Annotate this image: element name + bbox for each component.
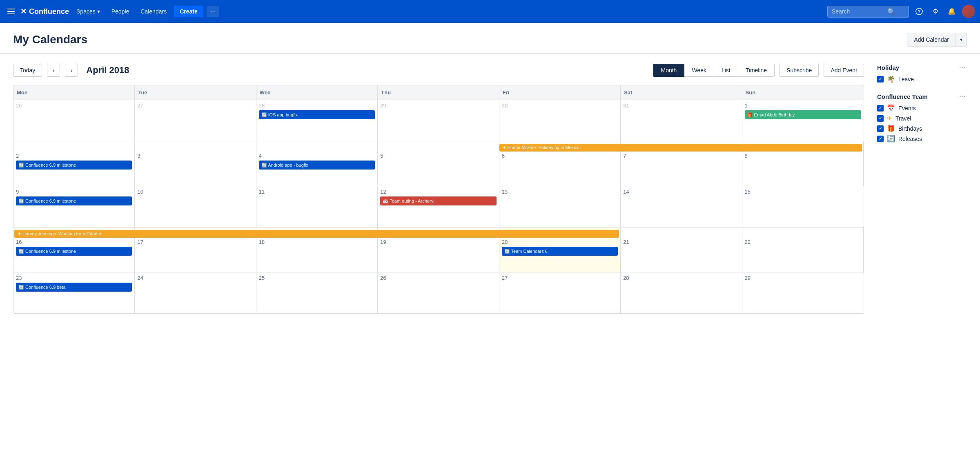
day-cell-apr13: 13 (499, 186, 621, 227)
add-event-button[interactable]: Add Event (824, 64, 864, 77)
day-header-thu: Thu (378, 85, 499, 100)
travel-checkbox[interactable] (877, 115, 884, 122)
event-team-outing[interactable]: 📅 Team outing - Archery! (380, 196, 496, 205)
prev-month-button[interactable]: ‹ (47, 64, 60, 77)
day-cell-mar27: 27 (135, 100, 256, 141)
leave-label: Leave (898, 76, 914, 83)
leave-icon: 🌴 (887, 75, 895, 83)
today-button[interactable]: Today (13, 64, 42, 77)
sidebar-holiday-more-button[interactable]: ··· (958, 64, 967, 71)
people-nav-link[interactable]: People (107, 6, 134, 17)
travel-icon: ✈ (887, 114, 892, 122)
day-cell-mar30: 30 (499, 100, 621, 141)
week-row-3: 9 🔄 Confluence 6.9 milestone 10 11 12 📅 … (13, 186, 864, 227)
day-cell-apr1: 1 🎁 Emad Abdi: Birthday (742, 100, 864, 141)
calendars-nav-link[interactable]: Calendars (136, 6, 171, 17)
subscribe-button[interactable]: Subscribe (780, 64, 819, 77)
settings-button[interactable]: ⚙ (929, 5, 942, 18)
event-emma-mexico[interactable]: ✈ Emma McRae: Holidaying in Mexico (499, 144, 862, 152)
nav-right: 🔍 ? ⚙ 🔔 (827, 5, 975, 18)
notifications-button[interactable]: 🔔 (946, 5, 958, 18)
day-cell-mar29: 29 (378, 100, 499, 141)
next-month-button[interactable]: › (65, 64, 78, 77)
event-confluence-69-m1[interactable]: 🔄 Confluence 6.9 milestone (16, 161, 132, 170)
create-button[interactable]: Create (174, 6, 203, 17)
sidebar-team-more-button[interactable]: ··· (958, 93, 967, 100)
event-emad-birthday[interactable]: 🎁 Emad Abdi: Birthday (745, 110, 861, 119)
day-cell-mar26: 26 (13, 100, 135, 141)
search-bar[interactable]: 🔍 (827, 6, 909, 18)
events-checkbox[interactable] (877, 105, 884, 112)
spaces-nav-link[interactable]: Spaces ▾ (72, 6, 104, 17)
day-header-sun: Sun (742, 85, 864, 100)
day-cell-apr28: 28 (621, 272, 742, 313)
releases-checkbox[interactable] (877, 136, 884, 142)
day-cell-apr21: 21 (621, 228, 742, 272)
add-calendar-dropdown-button[interactable]: ▾ (956, 33, 967, 46)
birthdays-checkbox[interactable] (877, 125, 884, 132)
day-header-tue: Tue (135, 85, 256, 100)
sidebar-group-team-header: Confluence Team ··· (877, 93, 967, 100)
event-ios-bugfix[interactable]: 🔄 iOS app bugfix (259, 110, 375, 119)
event-android-bugfix[interactable]: 🔄 Android app - bugfix (259, 161, 375, 170)
add-calendar-button[interactable]: Add Calendar ▾ (907, 33, 967, 47)
events-icon: 📅 (887, 104, 895, 112)
top-navigation: ✕ Confluence Spaces ▾ People Calendars C… (0, 0, 980, 23)
sidebar-group-holiday-header: Holiday ··· (877, 64, 967, 71)
tab-month[interactable]: Month (653, 64, 684, 77)
releases-label: Releases (898, 136, 922, 142)
week-row-5: 23 🔄 Confluence 6.9 beta 24 25 26 27 28 … (13, 272, 864, 313)
event-team-calendars-6[interactable]: 🔄 Team Calendars 6 (502, 247, 618, 256)
calendar-toolbar: Today ‹ › April 2018 Month Week List Tim… (13, 64, 864, 77)
add-calendar-main-button[interactable]: Add Calendar (907, 33, 956, 46)
sidebar-item-releases: 🔄 Releases (877, 135, 967, 143)
sidebar-item-travel: ✈ Travel (877, 114, 967, 122)
day-header-sat: Sat (621, 85, 742, 100)
more-options-button[interactable]: ··· (207, 6, 220, 17)
day-cell-apr29: 29 (742, 272, 864, 313)
svg-rect-2 (7, 13, 15, 14)
logo-icon: ✕ (20, 7, 27, 16)
nav-left: ✕ Confluence Spaces ▾ People Calendars C… (5, 6, 824, 17)
day-cell-apr23: 23 🔄 Confluence 6.9 beta (13, 272, 135, 313)
day-header-wed: Wed (256, 85, 378, 100)
view-tabs: Month Week List Timeline (653, 64, 775, 77)
main-content: Today ‹ › April 2018 Month Week List Tim… (0, 54, 980, 324)
day-headers: Mon Tue Wed Thu Fri Sat Sun (13, 85, 864, 100)
confluence-logo: ✕ Confluence (20, 7, 69, 16)
user-avatar[interactable] (962, 5, 975, 18)
releases-icon: 🔄 (887, 135, 895, 143)
day-cell-apr26: 26 (378, 272, 499, 313)
day-cell-apr25: 25 (256, 272, 378, 313)
help-button[interactable]: ? (913, 5, 925, 18)
tab-list[interactable]: List (714, 64, 738, 77)
event-confluence-69-m3[interactable]: 🔄 Confluence 6.9 milestone (16, 247, 132, 256)
day-cell-apr3: 3 (135, 141, 256, 186)
sidebar-group-holiday: Holiday ··· 🌴 Leave (877, 64, 967, 83)
sidebar-item-birthdays: 🎁 Birthdays (877, 125, 967, 132)
event-harvey-gdansk[interactable]: ✈ Harvey Jennings: Working from Gdańsk (14, 230, 619, 238)
week-row-4: 16 🔄 Confluence 6.9 milestone 17 18 19 2… (13, 227, 864, 272)
day-cell-mar28: 28 🔄 iOS app bugfix (256, 100, 378, 141)
tab-timeline[interactable]: Timeline (738, 64, 775, 77)
day-cell-apr5: 5 (378, 141, 499, 186)
leave-checkbox[interactable] (877, 76, 884, 83)
birthdays-label: Birthdays (898, 125, 922, 132)
sidebar-group-confluence-team: Confluence Team ··· 📅 Events ✈ Travel 🎁 … (877, 93, 967, 143)
sidebar-item-events: 📅 Events (877, 104, 967, 112)
search-input[interactable] (832, 8, 885, 15)
events-label: Events (898, 105, 916, 112)
tab-week[interactable]: Week (684, 64, 714, 77)
svg-text:🔔: 🔔 (948, 8, 956, 15)
event-confluence-69-beta[interactable]: 🔄 Confluence 6.9 beta (16, 283, 132, 292)
svg-text:⚙: ⚙ (933, 8, 938, 15)
hamburger-menu-button[interactable] (5, 6, 17, 17)
day-cell-apr11: 11 (256, 186, 378, 227)
day-cell-apr24: 24 (135, 272, 256, 313)
event-confluence-69-m2[interactable]: 🔄 Confluence 6.9 milestone (16, 196, 132, 205)
sidebar-group-team-title: Confluence Team (877, 93, 928, 100)
svg-rect-1 (7, 11, 15, 12)
page-container: My Calendars Add Calendar ▾ Today ‹ › Ap… (0, 23, 980, 473)
calendar-section: Today ‹ › April 2018 Month Week List Tim… (13, 64, 864, 314)
day-cell-apr22: 22 (742, 228, 864, 272)
